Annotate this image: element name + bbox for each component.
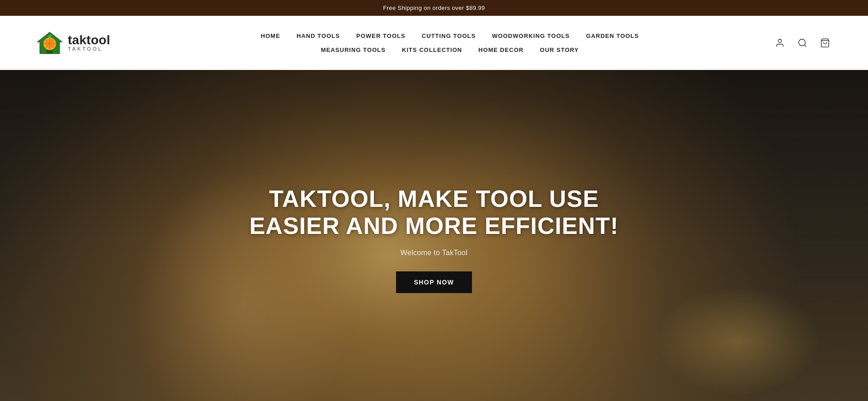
header-icons bbox=[773, 36, 832, 50]
nav-item-decor[interactable]: HOME DECOR bbox=[470, 43, 532, 57]
nav-item-woodworking[interactable]: WOODWORKING TOOLS bbox=[484, 29, 578, 43]
logo-subtitle: TAKTOOL bbox=[68, 47, 110, 51]
hero-title: TAKTOOL, MAKE TOOL USE EASIER AND MORE E… bbox=[249, 186, 619, 240]
nav-item-measuring[interactable]: MEASURING TOOLS bbox=[313, 43, 394, 57]
hero-section: TAKTOOL, MAKE TOOL USE EASIER AND MORE E… bbox=[0, 70, 868, 401]
logo-name: taktool bbox=[68, 34, 110, 47]
hero-content: TAKTOOL, MAKE TOOL USE EASIER AND MORE E… bbox=[231, 186, 637, 293]
logo-area[interactable]: taktool TAKTOOL bbox=[36, 30, 127, 55]
nav-item-kits[interactable]: KITS COLLECTION bbox=[394, 43, 470, 57]
nav-item-cutting-tools[interactable]: CUTTING TOOLS bbox=[414, 29, 484, 43]
cart-icon bbox=[820, 38, 830, 48]
header: taktool TAKTOOL HOME HAND TOOLS POWER TO… bbox=[0, 16, 868, 70]
search-icon bbox=[797, 38, 807, 48]
nav-row-1: HOME HAND TOOLS POWER TOOLS CUTTING TOOL… bbox=[253, 29, 647, 43]
cart-button[interactable] bbox=[818, 36, 832, 50]
nav-item-hand-tools[interactable]: HAND TOOLS bbox=[288, 29, 348, 43]
svg-point-10 bbox=[799, 39, 806, 46]
shop-now-button[interactable]: SHOP NOW bbox=[396, 271, 472, 293]
nav-item-garden[interactable]: GARDEN TOOLS bbox=[578, 29, 647, 43]
nav-row-2: MEASURING TOOLS KITS COLLECTION HOME DEC… bbox=[313, 43, 587, 57]
announcement-text: Free Shipping on orders over $89.99 bbox=[383, 5, 485, 11]
svg-point-9 bbox=[778, 39, 781, 42]
nav-item-power-tools[interactable]: POWER TOOLS bbox=[348, 29, 414, 43]
announcement-bar: Free Shipping on orders over $89.99 bbox=[0, 0, 868, 16]
hero-subtitle: Welcome to TakTool bbox=[249, 249, 619, 257]
nav-item-home[interactable]: HOME bbox=[253, 29, 288, 43]
svg-line-11 bbox=[804, 45, 806, 47]
logo-text: taktool TAKTOOL bbox=[68, 34, 110, 51]
search-button[interactable] bbox=[796, 36, 809, 50]
account-button[interactable] bbox=[773, 36, 787, 50]
person-icon bbox=[775, 38, 785, 48]
nav-item-story[interactable]: OUR STORY bbox=[532, 43, 587, 57]
main-nav: HOME HAND TOOLS POWER TOOLS CUTTING TOOL… bbox=[127, 29, 773, 57]
logo-icon bbox=[36, 30, 63, 55]
